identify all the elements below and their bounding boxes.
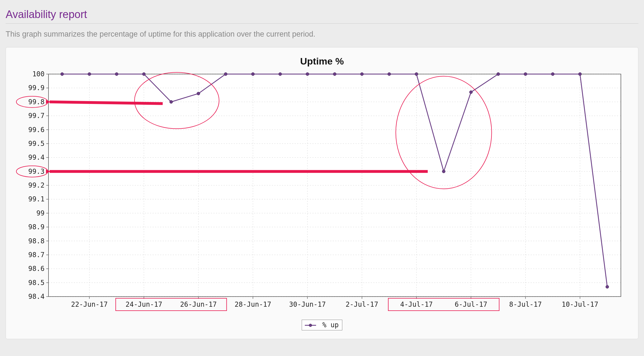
- x-tick-label: 26-Jun-17: [180, 301, 217, 308]
- y-tick-label: 99.6: [28, 126, 45, 134]
- data-point: [279, 73, 282, 76]
- x-tick-label: 10-Jul-17: [562, 301, 598, 308]
- svg-rect-0: [48, 74, 621, 297]
- data-point: [197, 92, 200, 95]
- y-tick-label: 100: [32, 70, 45, 78]
- data-point: [415, 73, 418, 76]
- data-point: [360, 73, 363, 76]
- y-tick-label: 99.9: [28, 84, 45, 92]
- y-tick-label: 99.2: [28, 181, 45, 189]
- y-tick-label: 98.9: [28, 223, 45, 231]
- y-tick-label: 98.7: [28, 251, 45, 259]
- data-point: [333, 73, 336, 76]
- data-point: [388, 73, 391, 76]
- y-tick-label: 98.8: [28, 237, 45, 245]
- y-tick-label: 99: [36, 209, 45, 217]
- y-tick-label: 98.5: [28, 279, 45, 287]
- data-point: [606, 285, 609, 288]
- title-divider: [6, 23, 638, 24]
- annotation-arrow: [50, 102, 163, 104]
- y-tick-label: 98.6: [28, 265, 45, 273]
- y-tick-label: 99.1: [28, 195, 45, 203]
- data-point: [306, 73, 309, 76]
- page-title: Availability report: [6, 8, 638, 21]
- uptime-line-chart: 98.498.598.698.798.898.99999.199.299.399…: [15, 68, 629, 322]
- legend-series-label: % up: [322, 321, 339, 329]
- data-point: [469, 91, 473, 94]
- y-tick-label: 99.7: [28, 112, 45, 120]
- data-point: [579, 73, 582, 76]
- chart-legend: % up: [13, 320, 631, 330]
- x-tick-label: 4-Jul-17: [400, 301, 433, 308]
- x-tick-label: 2-Jul-17: [346, 301, 378, 308]
- y-tick-label: 99.8: [28, 98, 45, 106]
- y-tick-label: 98.4: [28, 293, 45, 301]
- data-point: [224, 73, 227, 76]
- chart-title: Uptime %: [13, 56, 631, 67]
- x-tick-label: 24-Jun-17: [125, 301, 162, 308]
- x-tick-label: 28-Jun-17: [235, 301, 271, 308]
- data-point: [497, 73, 500, 76]
- y-tick-label: 99.5: [28, 140, 45, 148]
- data-point: [142, 73, 145, 76]
- x-tick-label: 8-Jul-17: [509, 301, 542, 308]
- data-point: [115, 73, 118, 76]
- y-tick-label: 99.4: [28, 153, 45, 161]
- data-point: [442, 170, 445, 173]
- chart-card: Uptime % 98.498.598.698.798.898.99999.19…: [6, 47, 638, 339]
- data-point: [524, 73, 527, 76]
- x-tick-label: 30-Jun-17: [289, 301, 326, 308]
- page-subtitle: This graph summarizes the percentage of …: [6, 30, 638, 39]
- data-point: [88, 73, 91, 76]
- x-tick-label: 22-Jun-17: [71, 301, 108, 308]
- y-tick-label: 99.3: [28, 168, 45, 175]
- data-point: [252, 73, 255, 76]
- svg-point-57: [309, 324, 312, 327]
- data-point: [551, 73, 554, 76]
- data-point: [61, 73, 64, 76]
- data-point: [170, 100, 173, 103]
- x-tick-label: 6-Jul-17: [455, 301, 488, 308]
